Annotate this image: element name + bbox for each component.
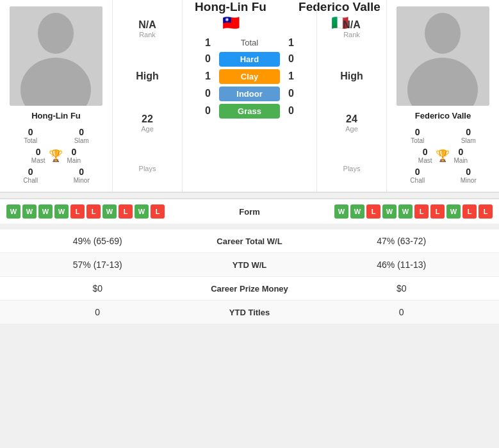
form-badge: W [398,204,413,219]
right-stats-grid: 0 Total 0 Slam 0 Mast 🏆 0 Main [392,126,494,185]
form-badge: L [119,204,133,219]
right-side-info-box: N/A Rank High 24 Age Plays [316,0,387,192]
left-stat-slam: 0 Slam [56,126,108,145]
left-serves-block: High [133,65,162,87]
stat-left-val: 57% (17-13) [10,260,186,270]
form-badge: W [446,204,461,219]
stat-right-val: 46% (11-13) [314,260,490,270]
stat-center-label: Career Prize Money [186,284,314,294]
stat-right-val: $0 [314,283,490,294]
left-player-name-top: Hong-Lin Fu [183,0,279,15]
hard-score-row: 0 Hard 0 [183,52,316,67]
stat-center-label: YTD Titles [186,308,314,317]
left-age-block: 22 Age [138,108,157,138]
stat-row: $0 Career Prize Money $0 [0,277,499,301]
form-badge: W [38,204,53,219]
right-age-block: 24 Age [342,108,361,138]
left-rank-block: N/A Rank [135,14,160,44]
svg-point-4 [425,13,461,54]
right-stat-minor: 0 Minor [443,165,495,185]
left-stat-mast: 0 Mast 🏆 0 Main [5,145,107,165]
clay-button: Clay [219,69,280,84]
bottom-stats: 49% (65-69) Career Total W/L 47% (63-72)… [0,229,499,324]
left-side-info-box: N/A Rank High 22 Age Plays [112,0,183,192]
indoor-score-row: 0 Indoor 0 [183,87,316,101]
form-badge: W [382,204,397,219]
right-avatar-panel: Federico Valle 0 Total 0 Slam 0 Mast 🏆 [387,0,499,192]
form-badge: L [366,204,380,219]
form-badge: W [6,204,20,219]
left-stats-grid: 0 Total 0 Slam 0 Mast 🏆 0 Main [5,126,107,185]
player-flags-row: 🇹🇼 🇮🇹 [183,15,316,31]
right-stat-total: 0 Total [392,126,443,145]
right-form-badges: WWLWWLLWLL [288,204,493,219]
center-score-wrapper: Hong-Lin Fu Federico Valle 🇹🇼 🇮🇹 1 Total… [183,0,316,192]
right-stat-mast: 0 Mast 🏆 0 Main [392,145,494,165]
form-row: WWWWLLWLWL Form WWLWWLLWLL [0,198,499,224]
left-form-badges: WWWWLLWLWL [6,204,211,219]
form-badge: L [86,204,101,219]
indoor-button: Indoor [219,87,280,101]
form-badge: L [462,204,477,219]
form-label: Form [211,207,288,217]
stat-left-val: $0 [10,283,186,294]
right-stat-slam: 0 Slam [443,126,495,145]
hard-button: Hard [219,52,280,67]
form-badge: L [414,204,429,219]
left-player-name: Hong-Lin Fu [31,111,81,120]
right-trophy-icon: 🏆 [436,149,450,163]
form-badge: W [102,204,117,219]
stat-right-val: 47% (63-72) [314,236,490,246]
page-container: Hong-Lin Fu 0 Total 0 Slam 0 Mast 🏆 [0,0,499,324]
left-stat-chall: 0 Chall [5,165,56,185]
form-badge: L [151,204,165,219]
right-plays-block: Plays [340,160,364,178]
grass-score-row: 0 Grass 0 [183,104,316,119]
stat-row: 0 YTD Titles 0 [0,301,499,324]
form-badge: L [70,204,85,219]
player-comparison-top: Hong-Lin Fu 0 Total 0 Slam 0 Mast 🏆 [0,0,499,193]
left-avatar [10,6,102,106]
right-rank-block: N/A Rank [339,14,364,44]
stat-center-label: Career Total W/L [186,236,314,246]
player-names-row: Hong-Lin Fu Federico Valle [183,0,316,15]
stat-left-val: 0 [10,307,186,317]
grass-button: Grass [219,104,280,119]
left-flag: 🇹🇼 [183,15,279,31]
left-stat-minor: 0 Minor [56,165,108,185]
left-plays-block: Plays [136,160,160,178]
form-badge: W [135,204,149,219]
stat-left-val: 49% (65-69) [10,236,186,246]
svg-point-1 [38,13,74,54]
form-badge: L [479,204,493,219]
stat-row: 49% (65-69) Career Total W/L 47% (63-72) [0,229,499,253]
right-stat-chall: 0 Chall [392,165,443,185]
left-avatar-panel: Hong-Lin Fu 0 Total 0 Slam 0 Mast 🏆 [0,0,112,192]
stat-center-label: YTD W/L [186,260,314,270]
form-badge: W [334,204,348,219]
total-score-row: 1 Total 1 [183,37,316,49]
right-serves-block: High [337,65,366,87]
stat-right-val: 0 [314,307,490,317]
left-stat-total: 0 Total [5,126,56,145]
form-badge: W [54,204,69,219]
form-badge: L [430,204,445,219]
right-player-name: Federico Valle [415,111,471,120]
left-trophy-icon: 🏆 [49,149,63,163]
stat-row: 57% (17-13) YTD W/L 46% (11-13) [0,253,499,277]
form-badge: W [350,204,364,219]
right-avatar [397,6,489,106]
form-badge: W [22,204,37,219]
clay-score-row: 1 Clay 1 [183,69,316,84]
